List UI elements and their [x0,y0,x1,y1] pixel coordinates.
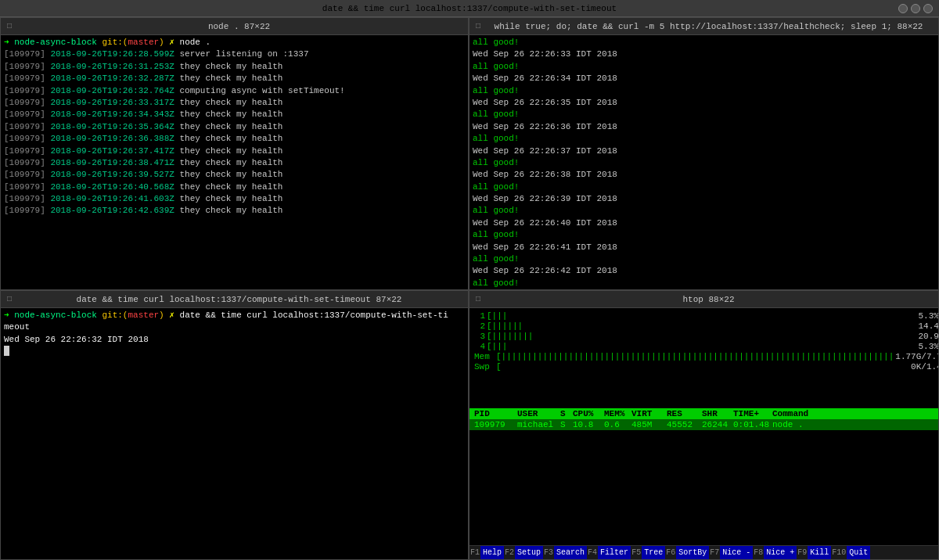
fkey-F7[interactable]: F7Nice - [709,546,753,559]
pane1-line-3: [109979] 2018-09-26T19:26:32.764Z comput… [4,85,465,97]
fkey-num-F5: F5 [631,548,642,557]
pane-container: □ node . 87×22 ➜ node-async-block git:(m… [0,17,939,560]
fkey-num-F3: F3 [543,548,554,557]
pane4-icon: □ [476,295,480,303]
pane2-line-5: Wed Sep 26 22:26:35 IDT 2018 [473,97,935,109]
pane1-line-12: [109979] 2018-09-26T19:26:41.603Z they c… [4,193,465,205]
fkey-label-F5[interactable]: Tree [642,546,665,559]
pane3-title: date && time curl localhost:1337/compute… [16,295,462,304]
pane1-line-5: [109979] 2018-09-26T19:26:34.343Z they c… [4,109,465,120]
htop-col-shr: SHR [702,409,733,418]
htop-col-cmd: Command [772,409,934,418]
htop-col-pid: PID [474,409,517,418]
pane1-line-4: [109979] 2018-09-26T19:26:33.317Z they c… [4,97,465,109]
fkey-F2[interactable]: F2Setup [504,546,543,559]
fkey-F8[interactable]: F8Nice + [753,546,797,559]
pane2-line-1: Wed Sep 26 22:26:33 IDT 2018 [473,48,935,60]
pane4-titlebar: □ htop 88×22 [470,291,938,308]
pane3-titlebar: □ date && time curl localhost:1337/compu… [1,291,468,308]
pane3-line-wrap: meout [4,321,465,333]
fkey-F6[interactable]: F6SortBy [665,546,709,559]
pane1-line-9: [109979] 2018-09-26T19:26:38.471Z they c… [4,157,465,169]
pane2-line-8: all good! [473,133,935,145]
pane2-line-6: all good! [473,109,935,120]
fkey-label-F3[interactable]: Search [554,546,587,559]
htop-cpu-row-3: 4[|||5.3%] [474,342,938,351]
pane1-content[interactable]: ➜ node-async-block git:(master) ✗ node .… [1,35,468,289]
pane-curl: □ date && time curl localhost:1337/compu… [0,290,469,560]
pane2-line-10: all good! [473,157,935,169]
htop-col-virt: VIRT [631,409,667,418]
pane2-content[interactable]: all good!Wed Sep 26 22:26:33 IDT 2018all… [470,35,938,289]
htop-empty-space [470,430,938,545]
htop-inner: 1[|||5.3%]2[||||||14.4%]3[||||||||20.9%]… [470,308,938,559]
fkey-F4[interactable]: F4Filter [587,546,631,559]
fkey-F3[interactable]: F3Search [543,546,587,559]
htop-mem-row-1: Swp[0K/1.49G] [474,362,938,372]
pane4-title: htop 88×22 [485,295,932,304]
window-controls[interactable] [898,4,933,13]
pane2-line-14: all good! [473,205,935,217]
pane3-icon: □ [7,295,12,303]
window-titlebar: date && time curl localhost:1337/compute… [0,0,939,17]
pane1-prompt-dir: ➜ node-async-block [4,38,97,47]
pane-htop: □ htop 88×22 1[|||5.3%]2[||||||14.4%]3[|… [469,290,939,560]
htop-col-time: TIME+ [733,409,772,418]
htop-col-res: RES [667,409,702,418]
pane2-line-12: all good! [473,181,935,193]
pane3-content[interactable]: ➜ node-async-block git:(master) ✗ date &… [1,308,468,559]
fkey-label-F1[interactable]: Help [480,546,504,559]
pane3-cursor [4,346,465,357]
htop-cpu-row-2: 3[||||||||20.9%] [474,332,938,341]
fkey-F5[interactable]: F5Tree [631,546,665,559]
close-button[interactable] [898,4,908,13]
htop-cpu-section: 1[|||5.3%]2[||||||14.4%]3[||||||||20.9%]… [474,311,938,407]
pane2-line-2: all good! [473,61,935,73]
fkey-num-F2: F2 [504,548,515,557]
maximize-button[interactable] [923,4,933,13]
minimize-button[interactable] [911,4,920,13]
fkey-num-F10: F10 [831,548,847,557]
fkey-label-F8[interactable]: Nice + [764,546,797,559]
pane2-line-19: Wed Sep 26 22:26:42 IDT 2018 [473,265,935,277]
pane1-line-6: [109979] 2018-09-26T19:26:35.364Z they c… [4,121,465,133]
fkey-label-F2[interactable]: Setup [515,546,543,559]
pane2-line-17: Wed Sep 26 22:26:41 IDT 2018 [473,242,935,253]
fkey-num-F4: F4 [587,548,598,557]
fkey-label-F6[interactable]: SortBy [676,546,709,559]
pane1-line-10: [109979] 2018-09-26T19:26:39.527Z they c… [4,169,465,181]
htop-table-row-0: 109979michaelS10.80.6485M45552262440:01.… [470,419,938,430]
pane2-icon: □ [476,22,480,31]
htop-table-body: 109979michaelS10.80.6485M45552262440:01.… [470,419,938,430]
pane2-titlebar: □ while true; do; date && curl -m 5 http… [470,18,938,35]
pane2-line-4: all good! [473,85,935,97]
pane2-line-20: all good! [473,278,935,289]
pane2-line-13: Wed Sep 26 22:26:39 IDT 2018 [473,193,935,205]
pane2-line-11: Wed Sep 26 22:26:38 IDT 2018 [473,169,935,181]
pane1-line-11: [109979] 2018-09-26T19:26:40.568Z they c… [4,181,465,193]
htop-fkeys-bar[interactable]: F1HelpF2SetupF3SearchF4FilterF5TreeF6Sor… [470,545,938,559]
htop-table-header: PID USER S CPU% MEM% VIRT RES SHR TIME+ … [470,408,938,419]
fkey-F10[interactable]: F10Quit [831,546,870,559]
fkey-num-F9: F9 [797,548,808,557]
fkey-label-F7[interactable]: Nice - [720,546,753,559]
fkey-label-F4[interactable]: Filter [598,546,631,559]
pane1-line-13: [109979] 2018-09-26T19:26:42.639Z they c… [4,205,465,217]
window-title: date && time curl localhost:1337/compute… [322,4,617,13]
pane2-line-18: all good! [473,253,935,265]
fkey-F1[interactable]: F1Help [470,546,504,559]
htop-col-mem: MEM% [604,409,631,418]
fkey-label-F10[interactable]: Quit [847,546,870,559]
fkey-num-F7: F7 [709,548,720,557]
htop-header-area: 1[|||5.3%]2[||||||14.4%]3[||||||||20.9%]… [470,308,938,408]
pane1-line-8: [109979] 2018-09-26T19:26:37.417Z they c… [4,145,465,157]
pane1-titlebar: □ node . 87×22 [1,18,468,35]
pane1-title: node . 87×22 [16,22,462,31]
fkey-num-F1: F1 [470,548,480,557]
pane2-line-9: Wed Sep 26 22:26:37 IDT 2018 [473,145,935,157]
fkey-F9[interactable]: F9Kill [797,546,831,559]
htop-cpu-row-0: 1[|||5.3%] [474,311,938,321]
fkey-num-F8: F8 [753,548,764,557]
fkey-label-F9[interactable]: Kill [808,546,831,559]
pane1-prompt-line: ➜ node-async-block git:(master) ✗ node . [4,37,465,48]
